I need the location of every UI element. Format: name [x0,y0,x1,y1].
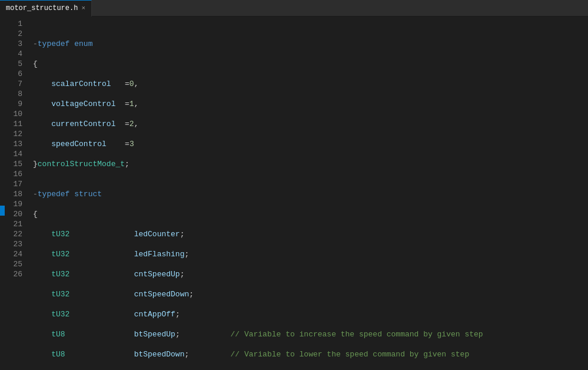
line: voltageControl =1, [33,99,588,109]
line: tU32 cntSpeedUp; [33,269,588,279]
line: tU32 ledFlashing; [33,249,588,259]
line: tU32 cntAppOff; [33,309,588,319]
line: scalarControl =0, [33,79,588,89]
line: { [33,59,588,69]
line: speedControl =3 [33,139,588,149]
line: { [33,209,588,219]
tab-label: motor_structure.h [6,4,78,12]
line: -typedef enum [33,39,588,49]
tab-bar: motor_structure.h × [0,0,588,16]
gutter [0,16,5,370]
line: }controlStructMode_t; [33,159,588,169]
code-area[interactable]: -typedef enum { scalarControl =0, voltag… [28,16,588,370]
gutter-indicator [0,206,5,216]
line: currentControl =2, [33,119,588,129]
line-numbers: 1 2 3 4 5 6 7 8 9 10 11 12 13 14 15 16 1… [5,16,28,370]
editor-area: 1 2 3 4 5 6 7 8 9 10 11 12 13 14 15 16 1… [0,16,588,370]
line: tU32 ledCounter; [33,229,588,239]
line: tU8 btSpeedUp; // Variable to increase t… [33,329,588,339]
tab-motor-structure[interactable]: motor_structure.h × [0,0,92,16]
line: tU32 cntSpeedDown; [33,289,588,299]
close-icon[interactable]: × [81,5,85,12]
line: -typedef struct [33,189,588,199]
line: tU8 btSpeedDown; // Variable to lower th… [33,349,588,359]
